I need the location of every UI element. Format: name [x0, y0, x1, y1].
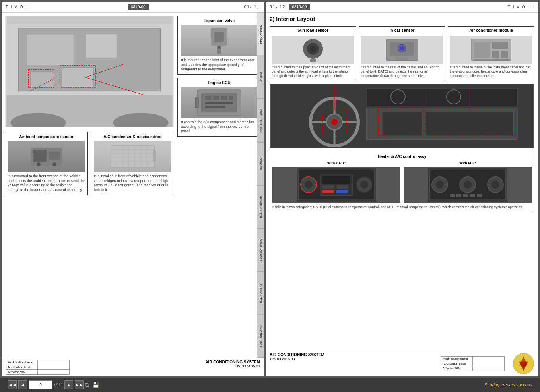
- svg-rect-20: [111, 146, 155, 168]
- svg-rect-53: [396, 57, 408, 60]
- save-icon[interactable]: 💾: [92, 382, 99, 388]
- ac-module-title: Air conditioner module: [450, 28, 532, 34]
- svg-rect-38: [205, 96, 211, 100]
- copy-icon[interactable]: ⧉: [85, 382, 89, 388]
- tab-air-conditioning[interactable]: AIR CONDITIO: [257, 13, 264, 56]
- heater-grid: With DATC: [272, 161, 532, 203]
- in-car-sensor-box: In-car sensor It is mounted to the rear …: [359, 26, 445, 80]
- heater-datc: With DATC: [272, 161, 400, 203]
- svg-rect-69: [426, 112, 513, 136]
- svg-point-95: [436, 181, 444, 189]
- svg-rect-90: [322, 190, 334, 193]
- svg-point-52: [400, 46, 404, 50]
- right-page-footer: AIR CONDITIONING SYSTEM TIVOLI 2015.03 M…: [266, 351, 538, 376]
- right-header-left: 01- 12 6810-00: [270, 4, 310, 10]
- engine-ecu-desc: It controls the A/C compressor and elect…: [181, 120, 257, 134]
- rfooter-row-2: Application basis: [441, 361, 473, 366]
- svg-rect-56: [492, 42, 508, 49]
- right-page-content: 2) Interior Layout Sun load sensor It i: [266, 13, 538, 351]
- left-main-area: Ambient temperature sensor It is mounted…: [5, 16, 174, 355]
- svg-rect-48: [310, 59, 316, 62]
- ac-condenser-box: A/C condenser & receiver drier: [91, 132, 174, 195]
- svg-rect-89: [336, 185, 348, 189]
- car-engine-image: [5, 16, 174, 127]
- in-car-title: In-car sensor: [361, 28, 443, 34]
- right-components-column: Expansion valve It is mounted to the inl…: [177, 16, 261, 355]
- svg-point-73: [331, 119, 338, 125]
- heater-mtc: With MTC: [404, 161, 532, 203]
- bottom-toolbar: ◄◄ ◄ / 911 ► ►► ⧉ 💾 Sharing creates succ…: [0, 378, 540, 392]
- ac-module-box: Air conditioner module It is mounted to …: [448, 26, 534, 80]
- svg-rect-88: [322, 185, 334, 189]
- in-car-desc: It is mounted to the rear of the heater …: [361, 65, 443, 78]
- left-page-header: T I V O L I 6810-00 01- 11: [2, 2, 264, 13]
- ac-module-image: [450, 36, 532, 64]
- svg-rect-7: [62, 68, 93, 87]
- mtc-label: With MTC: [459, 161, 476, 165]
- tab-body-interior[interactable]: BODY INTERIOR: [257, 185, 264, 229]
- svg-rect-5: [85, 34, 117, 58]
- sidebar-tabs: AIR CONDITIO AIR BAG PRETENS/ T BELT SUN…: [257, 13, 264, 358]
- in-car-image: [361, 36, 443, 64]
- section-title: 2) Interior Layout: [270, 16, 534, 22]
- right-section-code: 6810-00: [289, 4, 310, 10]
- interior-components-grid: Sun load sensor It is mounted to the upp…: [270, 26, 534, 80]
- ac-condenser-image: [94, 141, 171, 172]
- svg-rect-58: [501, 51, 508, 58]
- right-footer-table: Modification basis Application basis Aff…: [441, 356, 505, 371]
- svg-rect-55: [474, 42, 490, 58]
- tab-pretens[interactable]: PRETENS/ T BELT: [257, 99, 264, 142]
- svg-rect-103: [470, 194, 475, 197]
- svg-rect-4: [26, 34, 74, 66]
- sun-load-desc: It is mounted to the upper left-hand of …: [272, 65, 354, 78]
- expansion-valve-title: Expansion valve: [181, 19, 257, 23]
- left-vehicle: TIVOLI 2015.03: [205, 364, 260, 368]
- tab-body-welding[interactable]: BODY WELDING: [257, 315, 264, 358]
- svg-rect-102: [463, 194, 468, 197]
- svg-rect-31: [153, 150, 156, 162]
- footer-row-3: Affected VIN: [6, 370, 38, 375]
- svg-point-35: [218, 46, 221, 49]
- svg-rect-59: [474, 59, 510, 61]
- right-footer-left: AIR CONDITIONING SYSTEM TIVOLI 2015.03: [270, 353, 324, 361]
- tab-sunroof[interactable]: SUNROO: [257, 142, 264, 185]
- dashboard-image: [270, 84, 534, 148]
- left-footer-table: Modification basis Application basis Aff…: [6, 360, 70, 375]
- svg-point-99: [491, 181, 499, 189]
- right-page-number: 01- 12: [270, 5, 286, 9]
- svg-rect-33: [214, 32, 224, 42]
- ambient-sensor-desc: It is mounted to the front section of th…: [8, 174, 85, 193]
- toolbar-action-icons: ⧉ 💾: [85, 382, 99, 388]
- page-separator: / 911: [54, 383, 63, 387]
- ac-condenser-desc: It is installed in front of vehicle and …: [94, 174, 171, 193]
- sun-load-sensor-box: Sun load sensor It is mounted to the upp…: [270, 26, 356, 80]
- right-page: 01- 12 6810-00 T I V O L I 2) Interior L…: [266, 2, 538, 376]
- heater-desc: It falls in to two categories; DATC (Dua…: [272, 205, 532, 209]
- first-page-button[interactable]: ◄◄: [8, 380, 17, 389]
- right-brand: T I V O L I: [508, 5, 534, 9]
- svg-point-19: [52, 162, 56, 166]
- last-page-button[interactable]: ►►: [75, 380, 84, 389]
- svg-rect-44: [195, 98, 198, 108]
- svg-rect-87: [322, 176, 350, 184]
- svg-rect-39: [213, 96, 219, 100]
- left-content-area: Ambient temperature sensor It is mounted…: [2, 13, 264, 358]
- svg-point-85: [360, 181, 368, 189]
- svg-rect-42: [205, 102, 233, 104]
- svg-rect-68: [382, 112, 422, 136]
- page-number-input[interactable]: [29, 380, 52, 389]
- right-vehicle: TIVOLI 2015.03: [270, 357, 324, 361]
- svg-rect-91: [336, 190, 348, 193]
- next-page-button[interactable]: ►: [64, 380, 73, 389]
- svg-rect-100: [450, 194, 455, 197]
- tab-body-dimens[interactable]: BODY DIMENS: [257, 272, 264, 315]
- engine-ecu-box: Engine ECU: [177, 78, 261, 137]
- footer-row-1: Modification basis: [6, 360, 38, 365]
- svg-rect-40: [221, 96, 227, 100]
- svg-point-47: [310, 46, 316, 52]
- left-system-title: AIR CONDITIONING SYSTEM: [205, 360, 260, 364]
- engine-ecu-title: Engine ECU: [181, 81, 257, 85]
- tab-airbag[interactable]: AIR BAG: [257, 56, 264, 99]
- tab-body-exterior[interactable]: BODY EXTENSIO: [257, 228, 264, 272]
- prev-page-button[interactable]: ◄: [18, 380, 27, 389]
